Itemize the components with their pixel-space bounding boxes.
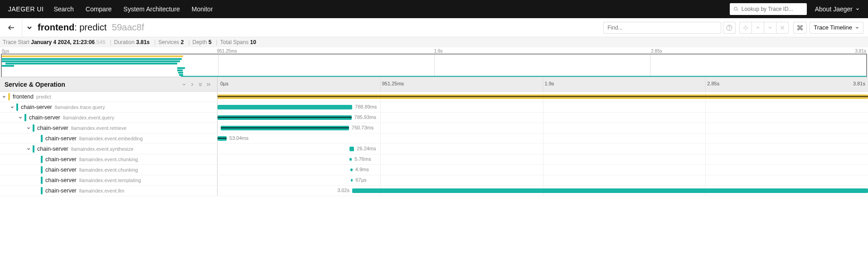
service-color-bar [41, 187, 43, 194]
span-bar[interactable] [349, 147, 354, 151]
span-timeline[interactable]: 788.89ms [218, 102, 868, 112]
span-operation-name: llamaindex.event.chunking [79, 167, 138, 173]
lookup-input[interactable] [742, 6, 800, 12]
back-button[interactable] [5, 21, 18, 35]
collapse-all-button[interactable] [196, 80, 204, 89]
span-row[interactable]: chain-serverllamaindex.event.chunking5.7… [0, 154, 868, 165]
service-color-bar [41, 156, 43, 163]
nav-link-compare[interactable]: Compare [86, 5, 112, 13]
nav-link-search[interactable]: Search [53, 5, 73, 13]
minimap[interactable] [1, 54, 867, 77]
chevron-down-icon [855, 7, 860, 11]
span-duration: 53.04ms [229, 135, 248, 141]
minimap-span [177, 69, 182, 71]
span-duration: 67µs [355, 177, 366, 183]
chevron-up-icon [755, 25, 761, 30]
span-bar[interactable] [221, 126, 349, 130]
span-service-name: chain-server [45, 135, 77, 142]
span-row[interactable]: chain-serverllamaindex.event.synthesize2… [0, 144, 868, 154]
expand-one-button[interactable] [188, 80, 196, 89]
chevron-down-icon [767, 25, 773, 30]
span-row[interactable]: chain-serverllamaindex.event.query785.93… [0, 113, 868, 123]
span-row[interactable]: chain-serverllamaindex.event.templating6… [0, 175, 868, 186]
span-service-name: chain-server [45, 167, 77, 173]
svg-point-4 [729, 29, 730, 30]
service-color-bar [33, 124, 34, 132]
service-color-bar [24, 114, 26, 121]
column-header: Service & Operation 0µs 951.25ms 1.9s 2.… [0, 77, 868, 92]
span-timeline[interactable] [218, 92, 868, 102]
span-service-name: chain-server [45, 188, 77, 194]
minimap-span [2, 65, 14, 67]
svg-line-1 [737, 10, 738, 11]
span-timeline[interactable]: 26.24ms [218, 144, 868, 154]
span-duration: 785.93ms [354, 114, 376, 120]
chevron-down-icon [181, 82, 187, 87]
prev-result-button[interactable] [752, 22, 764, 34]
span-service-name: chain-server [29, 114, 60, 121]
span-operation-name: llamaindex.event.chunking [79, 157, 138, 162]
span-bar[interactable] [218, 136, 227, 141]
minimap-span [2, 58, 182, 60]
span-operation-name: llamaindex.event.query [63, 115, 114, 120]
clear-button[interactable] [776, 22, 789, 34]
collapse-toggle[interactable] [26, 24, 33, 31]
span-service-name: chain-server [37, 146, 68, 152]
chevron-down-icon [855, 25, 859, 30]
span-row[interactable]: chain-serverllamaindex.event.chunking4.9… [0, 165, 868, 175]
timeline-header: 0µs 951.25ms 1.9s 2.85s 3.81s [218, 77, 868, 91]
brand-logo: JAEGER UI [8, 5, 44, 13]
collapse-one-button[interactable] [180, 80, 188, 89]
view-mode-select[interactable]: Trace Timeline [810, 22, 863, 34]
find-input[interactable] [603, 22, 721, 34]
span-timeline[interactable]: 4.9ms [218, 165, 868, 175]
span-row[interactable]: chain-serverllamaindex.trace.query788.89… [0, 102, 868, 113]
span-timeline[interactable]: 750.73ms [218, 123, 868, 133]
expand-caret[interactable] [26, 126, 33, 130]
span-bar[interactable] [352, 188, 868, 193]
span-row[interactable]: chain-serverllamaindex.event.retrieve750… [0, 123, 868, 133]
minimap-span [2, 55, 183, 57]
span-duration: 26.24ms [357, 146, 376, 151]
help-button[interactable] [723, 22, 736, 34]
expand-caret[interactable] [10, 105, 16, 109]
span-operation-name: llamaindex.event.templating [79, 178, 141, 183]
chevron-right-icon [189, 82, 195, 87]
span-row[interactable]: chain-serverllamaindex.event.embedding53… [0, 133, 868, 144]
service-color-bar [41, 177, 43, 184]
expand-caret[interactable] [2, 94, 8, 99]
reset-button[interactable] [739, 22, 752, 34]
search-icon [733, 6, 739, 12]
span-service-name: chain-server [37, 125, 68, 131]
span-bar[interactable] [351, 179, 353, 182]
shortcuts-button[interactable] [793, 22, 807, 34]
expand-caret[interactable] [18, 115, 24, 120]
trace-title: frontend: predict 59aac8f [38, 22, 144, 33]
minimap-ticks: 0µs 951.25ms 1.9s 2.85s 3.81s [0, 47, 868, 54]
span-bar[interactable] [350, 168, 353, 171]
span-timeline[interactable]: 5.76ms [218, 154, 868, 164]
next-result-button[interactable] [764, 22, 776, 34]
span-operation-name: llamaindex.event.synthesize [71, 146, 134, 152]
span-bar[interactable] [218, 115, 352, 120]
span-timeline[interactable]: 3.02s [218, 186, 868, 196]
minimap-span [177, 67, 185, 69]
nav-links: Search Compare System Architecture Monit… [53, 5, 213, 13]
about-menu[interactable]: About Jaeger [815, 5, 860, 13]
nav-link-monitor[interactable]: Monitor [192, 5, 213, 13]
span-list: frontendpredictchain-serverllamaindex.tr… [0, 92, 868, 196]
nav-link-architecture[interactable]: System Architecture [123, 5, 180, 13]
command-icon [797, 25, 803, 31]
span-row[interactable]: chain-serverllamaindex.event.llm3.02s [0, 186, 868, 196]
span-service-name: chain-server [21, 104, 52, 110]
span-bar[interactable] [218, 94, 868, 99]
lookup-search[interactable] [730, 3, 807, 15]
span-timeline[interactable]: 53.04ms [218, 133, 868, 143]
span-timeline[interactable]: 785.93ms [218, 113, 868, 123]
span-row[interactable]: frontendpredict [0, 92, 868, 102]
expand-caret[interactable] [26, 147, 33, 151]
span-timeline[interactable]: 67µs [218, 175, 868, 185]
span-bar[interactable] [218, 105, 352, 109]
span-bar[interactable] [349, 158, 352, 161]
expand-all-button[interactable] [204, 80, 213, 89]
